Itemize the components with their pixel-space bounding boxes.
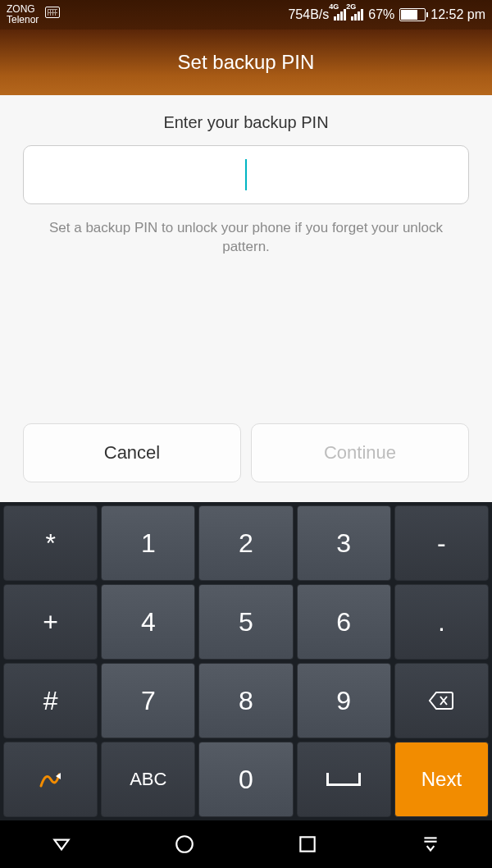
key-2[interactable]: 2	[198, 505, 293, 581]
cancel-button[interactable]: Cancel	[23, 423, 241, 482]
key-7[interactable]: 7	[101, 663, 195, 738]
data-rate: 754B/s	[288, 7, 329, 22]
status-bar: ZONG Telenor 754B/s 4G 2G 67% 12:52 pm	[0, 0, 492, 30]
square-icon	[297, 834, 318, 855]
nav-recent-button[interactable]	[296, 833, 319, 856]
pull-down-icon	[420, 834, 441, 855]
key-0[interactable]: 0	[198, 742, 293, 817]
key-plus[interactable]: +	[3, 584, 98, 660]
space-icon	[326, 773, 361, 786]
signal-4g-icon: 4G	[334, 9, 346, 21]
swype-icon	[36, 765, 66, 794]
key-3[interactable]: 3	[297, 505, 391, 581]
nav-dropdown-button[interactable]	[419, 833, 442, 856]
key-next[interactable]: Next	[394, 742, 489, 817]
key-asterisk[interactable]: *	[3, 505, 98, 581]
keyboard-indicator-icon	[45, 7, 60, 18]
carrier-2: Telenor	[7, 15, 39, 25]
key-abc[interactable]: ABC	[101, 742, 195, 817]
key-1[interactable]: 1	[101, 505, 195, 581]
key-hash[interactable]: #	[3, 663, 98, 738]
signal-2g-icon: 2G	[351, 9, 363, 21]
key-6[interactable]: 6	[297, 584, 391, 660]
pin-input[interactable]	[23, 145, 469, 204]
battery-percent: 67%	[368, 7, 394, 22]
key-period[interactable]: .	[394, 584, 489, 660]
key-backspace[interactable]	[394, 663, 489, 738]
numeric-keyboard: * 1 2 3 - + 4 5 6 . # 7 8 9	[0, 502, 492, 820]
key-5[interactable]: 5	[198, 584, 293, 660]
navigation-bar	[0, 820, 492, 868]
continue-button[interactable]: Continue	[251, 423, 469, 482]
key-swype[interactable]	[3, 742, 98, 817]
nav-back-button[interactable]	[50, 833, 73, 856]
battery-icon	[399, 8, 426, 21]
svg-rect-1	[300, 837, 314, 851]
key-space[interactable]	[297, 742, 391, 817]
helper-text: Set a backup PIN to unlock your phone if…	[23, 219, 469, 257]
key-4[interactable]: 4	[101, 584, 195, 660]
app-header: Set backup PIN	[0, 30, 492, 95]
page-title: Set backup PIN	[178, 51, 315, 74]
text-cursor	[245, 159, 247, 190]
content-area: Enter your backup PIN Set a backup PIN t…	[0, 95, 492, 502]
key-8[interactable]: 8	[198, 663, 293, 738]
key-9[interactable]: 9	[297, 663, 391, 738]
key-dash[interactable]: -	[394, 505, 489, 581]
triangle-down-icon	[51, 834, 72, 855]
backspace-icon	[426, 686, 456, 715]
prompt-text: Enter your backup PIN	[23, 113, 469, 132]
circle-icon	[174, 834, 195, 855]
svg-point-0	[176, 836, 193, 852]
nav-home-button[interactable]	[173, 833, 196, 856]
clock: 12:52 pm	[430, 7, 485, 22]
